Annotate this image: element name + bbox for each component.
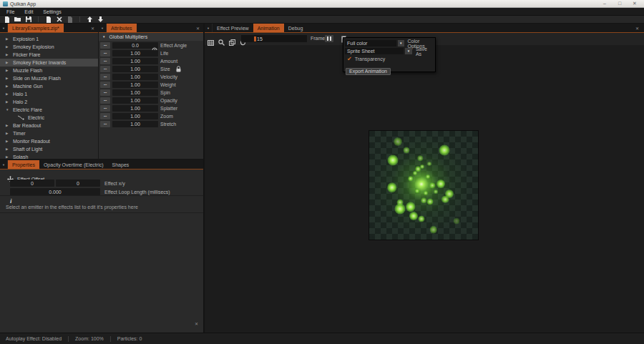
- close-icon[interactable]: ✕: [192, 24, 203, 32]
- effect-x-input[interactable]: 0: [10, 180, 54, 187]
- chevron-right-icon[interactable]: ▶: [6, 132, 10, 135]
- attribute-more-button[interactable]: •••: [100, 113, 110, 119]
- tab-library-examples[interactable]: LibraryExamples.zip*: [8, 24, 64, 32]
- new-file-icon[interactable]: [3, 16, 11, 23]
- attribute-more-button[interactable]: •••: [100, 82, 110, 88]
- color-mode-select[interactable]: Full color: [345, 40, 396, 46]
- attribute-value-field[interactable]: 1.00: [112, 121, 158, 127]
- chevron-down-icon[interactable]: ▼: [102, 35, 105, 39]
- library-tree-item[interactable]: ▶ Shaft of Light: [0, 145, 98, 153]
- frames-icon[interactable]: [229, 36, 235, 49]
- chevron-right-icon[interactable]: ▶: [6, 92, 10, 96]
- chevron-right-icon[interactable]: ▶: [6, 139, 10, 143]
- zoom-icon[interactable]: [218, 36, 225, 49]
- grid-icon[interactable]: [208, 36, 214, 49]
- maximize-button[interactable]: □: [616, 1, 623, 6]
- preview-tab[interactable]: Debug: [284, 24, 308, 32]
- save-icon[interactable]: [24, 16, 32, 23]
- chevron-down-icon[interactable]: ▼: [405, 48, 412, 54]
- frame-input[interactable]: 15: [241, 35, 307, 42]
- move-down-icon[interactable]: [97, 16, 104, 23]
- panel-menu-icon[interactable]: ▼: [205, 24, 213, 32]
- close-button[interactable]: ✕: [631, 1, 638, 6]
- sheet-type-select[interactable]: Sprite Sheet: [345, 48, 404, 54]
- library-tree-item[interactable]: ▶ Machine Gun: [0, 82, 98, 90]
- chevron-right-icon[interactable]: ▶: [6, 100, 10, 104]
- chevron-right-icon[interactable]: ▶: [6, 124, 10, 127]
- library-tree-item[interactable]: ▶ Timer: [0, 129, 98, 137]
- attribute-value-field[interactable]: 1.00: [112, 89, 158, 96]
- panel-menu-icon[interactable]: ▼: [0, 24, 8, 32]
- global-multipliers-header[interactable]: ▼ Global Multipliers: [99, 33, 203, 41]
- effect-loop-input[interactable]: 0.000: [10, 188, 100, 195]
- menu-item[interactable]: Edit: [19, 9, 38, 14]
- transparency-checkbox[interactable]: ✔ Transparency: [345, 55, 434, 63]
- particle-dot: [427, 198, 434, 205]
- properties-tab[interactable]: Shapes: [108, 160, 134, 169]
- preview-tab[interactable]: Effect Preview: [213, 24, 253, 32]
- attribute-more-button[interactable]: •••: [100, 121, 110, 127]
- library-tree-item[interactable]: ▶ Halo 2: [0, 98, 98, 106]
- chevron-right-icon[interactable]: ▼: [6, 108, 10, 112]
- pause-button[interactable]: [325, 35, 333, 42]
- attribute-more-button[interactable]: •••: [100, 66, 110, 72]
- library-tree-item[interactable]: ▶ Muzzle Flash: [0, 67, 98, 74]
- library-tree-item[interactable]: ▶ Flicker Flare: [0, 51, 98, 59]
- panel-menu-icon[interactable]: ▼: [0, 160, 8, 169]
- export-animation-button[interactable]: Export Animation: [346, 68, 391, 75]
- library-tree-item[interactable]: ▶ Smokey Explosion: [0, 43, 98, 51]
- attribute-value-field[interactable]: 1.00: [112, 58, 158, 64]
- attribute-value-field[interactable]: 1.00: [112, 66, 158, 72]
- chevron-right-icon[interactable]: ▶: [6, 84, 10, 88]
- effect-viewport[interactable]: [369, 130, 479, 240]
- open-file-icon[interactable]: [14, 16, 21, 23]
- close-icon[interactable]: ✕: [632, 26, 643, 31]
- chevron-right-icon[interactable]: ▶: [6, 77, 10, 80]
- chevron-right-icon[interactable]: ▶: [6, 37, 10, 41]
- close-icon[interactable]: ✕: [87, 24, 98, 32]
- library-tree-item[interactable]: ▶ Bar Readout: [0, 122, 98, 129]
- effect-y-input[interactable]: 0: [56, 180, 100, 187]
- attribute-more-button[interactable]: •••: [100, 105, 110, 112]
- library-tree-item[interactable]: ▶ Explosion 1: [0, 35, 98, 43]
- menu-item[interactable]: Settings: [38, 9, 66, 14]
- library-tree-item[interactable]: ▶ Monitor Readout: [0, 137, 98, 145]
- chevron-right-icon[interactable]: ▶: [6, 53, 10, 56]
- lock-icon[interactable]: [175, 66, 182, 72]
- attribute-more-button[interactable]: •••: [100, 74, 110, 80]
- close-icon[interactable]: ✕: [191, 321, 202, 326]
- library-tree-item[interactable]: ▶ Side on Muzzle Flash: [0, 74, 98, 82]
- attribute-value-field[interactable]: 1.00: [112, 82, 158, 88]
- paste-icon[interactable]: [66, 16, 74, 23]
- attribute-value-field[interactable]: 1.00: [112, 97, 158, 104]
- attribute-value-field[interactable]: 1.00: [112, 50, 158, 56]
- chevron-right-icon[interactable]: ▶: [6, 147, 10, 151]
- attribute-value-field[interactable]: 0.0: [112, 42, 158, 49]
- attribute-more-button[interactable]: •••: [100, 50, 110, 56]
- attribute-value-field[interactable]: 1.00: [112, 74, 158, 80]
- chevron-down-icon[interactable]: ▼: [398, 40, 404, 46]
- properties-tab[interactable]: Properties: [8, 160, 39, 169]
- attribute-value-field[interactable]: 1.00: [112, 105, 158, 112]
- copy-icon[interactable]: [44, 16, 52, 23]
- attribute-more-button[interactable]: •••: [100, 58, 110, 64]
- library-tree-item[interactable]: ▶ Halo 1: [0, 90, 98, 98]
- menu-item[interactable]: File: [1, 9, 19, 14]
- tab-attributes[interactable]: Attributes: [107, 24, 137, 32]
- panel-menu-icon[interactable]: ▼: [99, 24, 107, 32]
- chevron-right-icon[interactable]: ▶: [6, 61, 10, 64]
- preview-tab[interactable]: Animation: [253, 24, 284, 32]
- library-tree-item[interactable]: ▼ Electric Flare: [0, 106, 98, 114]
- attribute-value-field[interactable]: 1.00: [112, 113, 158, 119]
- cut-icon[interactable]: [55, 16, 63, 23]
- chevron-right-icon[interactable]: ▶: [6, 45, 10, 49]
- library-tree-item[interactable]: ▶ Smokey Flicker Inwards: [0, 59, 98, 67]
- attribute-more-button[interactable]: •••: [100, 97, 110, 104]
- move-up-icon[interactable]: [86, 16, 94, 23]
- attribute-more-button[interactable]: •••: [100, 42, 110, 49]
- minimize-button[interactable]: –: [601, 1, 608, 6]
- attribute-more-button[interactable]: •••: [100, 89, 110, 96]
- library-tree-item[interactable]: Electric: [0, 114, 98, 122]
- chevron-right-icon[interactable]: ▶: [6, 69, 10, 72]
- properties-tab[interactable]: Opacity Overtime (Electric): [39, 160, 108, 169]
